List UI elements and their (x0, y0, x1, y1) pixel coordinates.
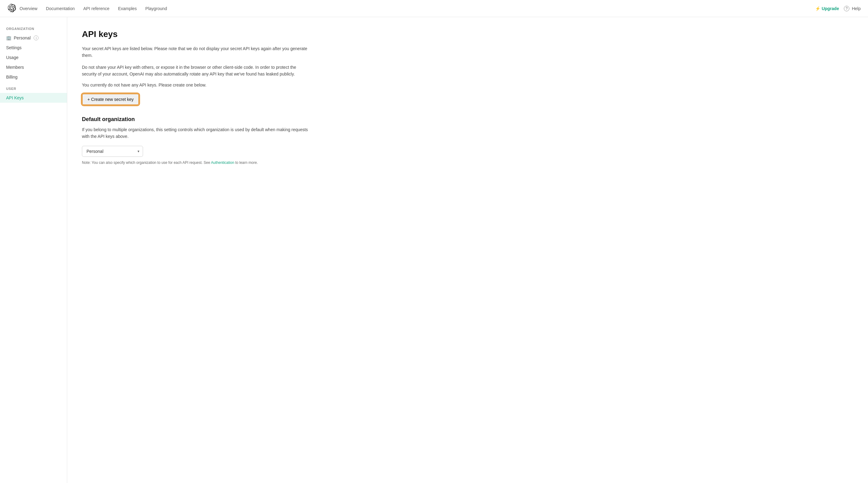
settings-label: Settings (6, 45, 22, 50)
create-secret-key-button[interactable]: + Create new secret key (82, 94, 139, 105)
help-circle-icon: ? (844, 6, 849, 11)
api-keys-label: API Keys (6, 95, 24, 100)
help-label: Help (852, 6, 861, 11)
topnav-right: ⚡ Upgrade ? Help (815, 6, 861, 11)
sidebar-item-settings[interactable]: Settings (0, 43, 67, 53)
description-1: Your secret API keys are listed below. P… (82, 45, 308, 59)
user-section-label: USER (0, 87, 67, 93)
authentication-link[interactable]: Authentication (211, 160, 234, 165)
description-2: Do not share your API key with others, o… (82, 64, 308, 78)
upgrade-label: Upgrade (822, 6, 839, 11)
nav-overview[interactable]: Overview (16, 4, 41, 13)
billing-label: Billing (6, 74, 18, 80)
no-keys-text: You currently do not have any API keys. … (82, 83, 308, 87)
main-content: API keys Your secret API keys are listed… (67, 17, 342, 483)
note-text: Note: You can also specify which organiz… (82, 160, 308, 165)
personal-label: Personal (14, 35, 31, 40)
members-label: Members (6, 65, 24, 70)
sidebar-item-billing[interactable]: Billing (0, 72, 67, 82)
upgrade-button[interactable]: ⚡ Upgrade (815, 6, 839, 11)
help-button[interactable]: ? Help (844, 6, 861, 11)
note-text-after: to learn more. (234, 160, 258, 165)
sidebar-item-api-keys[interactable]: API Keys (0, 93, 67, 103)
sidebar-personal[interactable]: 🏢 Personal i (0, 33, 67, 43)
sidebar: ORGANIZATION 🏢 Personal i Settings Usage… (0, 17, 67, 483)
nav-playground[interactable]: Playground (142, 4, 171, 13)
note-text-before: Note: You can also specify which organiz… (82, 160, 211, 165)
top-navigation: Overview Documentation API reference Exa… (0, 0, 868, 17)
info-icon[interactable]: i (34, 35, 38, 40)
page-title: API keys (82, 29, 328, 39)
org-section-label: ORGANIZATION (0, 27, 67, 33)
default-org-title: Default organization (82, 116, 328, 123)
nav-examples[interactable]: Examples (114, 4, 140, 13)
sidebar-item-usage[interactable]: Usage (0, 53, 67, 62)
org-select-wrapper: Personal ▾ (82, 146, 143, 157)
nav-documentation[interactable]: Documentation (42, 4, 78, 13)
upgrade-icon: ⚡ (815, 6, 820, 11)
nav-api-reference[interactable]: API reference (80, 4, 114, 13)
org-description: If you belong to multiple organizations,… (82, 126, 308, 140)
usage-label: Usage (6, 55, 18, 60)
page-layout: ORGANIZATION 🏢 Personal i Settings Usage… (0, 17, 868, 483)
building-icon: 🏢 (6, 35, 11, 40)
org-select[interactable]: Personal (82, 146, 143, 157)
sidebar-item-members[interactable]: Members (0, 62, 67, 72)
nav-links: Overview Documentation API reference Exa… (16, 4, 815, 13)
openai-logo[interactable] (7, 4, 16, 13)
